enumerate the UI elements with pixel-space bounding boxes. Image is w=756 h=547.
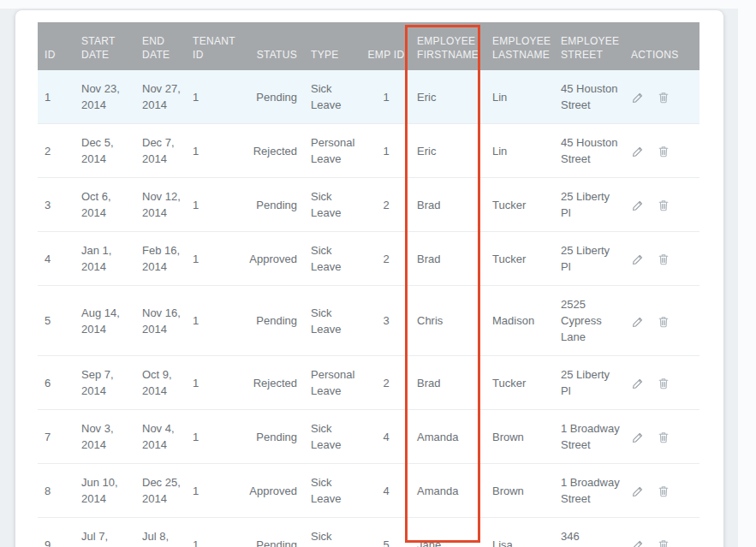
pencil-icon [631,253,645,266]
cell-id: 9 [38,518,74,547]
cell-status: Approved [237,232,304,286]
cell-employee-street: 1 Broadway Street [554,410,624,464]
cell-end-date: Nov 4, 2014 [135,410,186,464]
column-header-status: STATUS [237,22,304,70]
table-header: ID START DATE END DATE TENANT ID STATUS … [38,22,699,70]
column-header-start-date: START DATE [74,22,135,70]
column-header-employee-firstname: EMPLOYEE FIRSTNAME [410,22,485,70]
delete-button[interactable] [657,91,670,104]
cell-start-date: Jul 7, 2014 [74,518,135,547]
cell-employee-lastname: Tucker [485,178,554,232]
table-row[interactable]: 1 Nov 23, 2014 Nov 27, 2014 1 Pending Si… [38,70,699,124]
cell-end-date: Dec 25, 2014 [135,464,186,518]
cell-end-date: Jul 8, 2014 [135,518,186,547]
cell-employee-firstname: Jane [410,518,485,547]
cell-emp-id: 2 [366,356,410,410]
trash-icon [657,538,670,547]
cell-employee-lastname: Tucker [485,232,554,286]
cell-start-date: Aug 14, 2014 [74,286,135,356]
cell-tenant-id: 1 [186,464,237,518]
cell-actions [624,70,699,124]
delete-button[interactable] [657,538,670,547]
cell-employee-firstname: Amanda [410,464,485,518]
cell-emp-id: 4 [366,410,410,464]
cell-employee-firstname: Brad [410,178,485,232]
cell-emp-id: 2 [366,178,410,232]
cell-id: 4 [38,232,74,286]
table-body: 1 Nov 23, 2014 Nov 27, 2014 1 Pending Si… [38,70,699,547]
cell-employee-street: 25 Liberty Pl [554,232,624,286]
delete-button[interactable] [657,253,670,266]
cell-employee-street: 25 Liberty Pl [554,356,624,410]
cell-tenant-id: 1 [186,232,237,286]
pencil-icon [631,91,645,104]
table-row[interactable]: 7 Nov 3, 2014 Nov 4, 2014 1 Pending Sick… [38,410,699,464]
column-header-emp-id: EMP ID [366,22,410,70]
page: { "table": { "headers": { "id": "ID", "s… [0,0,756,547]
cell-employee-street: 1 Broadway Street [554,464,624,518]
edit-button[interactable] [631,91,645,104]
cell-start-date: Dec 5, 2014 [74,124,135,178]
edit-button[interactable] [631,315,645,329]
cell-status: Pending [237,518,304,547]
delete-button[interactable] [657,315,670,329]
delete-button[interactable] [657,145,670,158]
table-row[interactable]: 3 Oct 6, 2014 Nov 12, 2014 1 Pending Sic… [38,178,699,232]
cell-tenant-id: 1 [186,124,237,178]
cell-tenant-id: 1 [186,356,237,410]
edit-button[interactable] [631,377,645,390]
cell-type: Sick Leave [304,70,366,124]
cell-employee-street: 45 Houston Street [554,70,624,124]
edit-button[interactable] [631,431,645,444]
cell-emp-id: 2 [366,232,410,286]
table-row[interactable]: 9 Jul 7, 2014 Jul 8, 2014 1 Pending Sick… [38,518,699,547]
table-row[interactable]: 6 Sep 7, 2014 Oct 9, 2014 1 Rejected Per… [38,356,699,410]
cell-type: Sick Leave [304,410,366,464]
delete-button[interactable] [657,431,670,444]
cell-type: Personal Leave [304,356,366,410]
trash-icon [657,431,670,444]
cell-status: Approved [237,464,304,518]
cell-actions [624,232,699,286]
delete-button[interactable] [657,199,670,212]
edit-button[interactable] [631,485,645,498]
cell-status: Pending [237,178,304,232]
cell-employee-firstname: Brad [410,356,485,410]
delete-button[interactable] [657,485,670,498]
cell-tenant-id: 1 [186,518,237,547]
cell-start-date: Nov 23, 2014 [74,70,135,124]
trash-icon [657,315,670,329]
trash-icon [657,199,670,212]
cell-actions [624,356,699,410]
pencil-icon [631,315,645,329]
cell-employee-street: 2525 Cypress Lane [554,286,624,356]
cell-employee-firstname: Chris [410,286,485,356]
cell-emp-id: 1 [366,70,410,124]
pencil-icon [631,377,645,390]
edit-button[interactable] [631,538,645,547]
column-header-actions: ACTIONS [624,22,699,70]
cell-status: Rejected [237,356,304,410]
edit-button[interactable] [631,199,645,212]
cell-end-date: Nov 12, 2014 [135,178,186,232]
table-row[interactable]: 4 Jan 1, 2014 Feb 16, 2014 1 Approved Si… [38,232,699,286]
trash-icon [657,91,670,104]
cell-start-date: Jun 10, 2014 [74,464,135,518]
delete-button[interactable] [657,377,670,390]
cell-id: 1 [38,70,74,124]
edit-button[interactable] [631,145,645,158]
cell-employee-street: 346 Mulholland [554,518,624,547]
cell-employee-lastname: Lisa [485,518,554,547]
cell-id: 6 [38,356,74,410]
cell-start-date: Jan 1, 2014 [74,232,135,286]
edit-button[interactable] [631,253,645,266]
cell-start-date: Sep 7, 2014 [74,356,135,410]
trash-icon [657,485,670,498]
cell-end-date: Oct 9, 2014 [135,356,186,410]
table-row[interactable]: 5 Aug 14, 2014 Nov 16, 2014 1 Pending Si… [38,286,699,356]
table-row[interactable]: 8 Jun 10, 2014 Dec 25, 2014 1 Approved S… [38,464,699,518]
cell-actions [624,286,699,356]
column-header-id: ID [38,22,74,70]
table-row[interactable]: 2 Dec 5, 2014 Dec 7, 2014 1 Rejected Per… [38,124,699,178]
pencil-icon [631,431,645,444]
